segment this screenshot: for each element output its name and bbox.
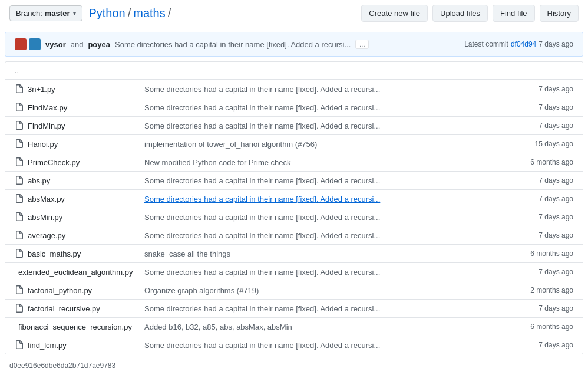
file-name-link[interactable]: find_lcm.py: [28, 341, 67, 350]
file-commit-message: Some directories had a capital in their …: [135, 300, 512, 317]
table-row: FindMax.pySome directories had a capital…: [5, 98, 583, 116]
file-table: ..: [5, 62, 583, 80]
file-time: 7 days ago: [512, 227, 583, 244]
breadcrumb-python[interactable]: Python: [88, 6, 125, 20]
table-row: basic_maths.pysnake_case all the things6…: [5, 244, 583, 262]
breadcrumb-sep1: /: [128, 6, 131, 20]
breadcrumb-sep2: /: [168, 6, 171, 20]
file-time: 7 days ago: [512, 264, 583, 280]
file-commit-message: snake_case all the things: [135, 245, 512, 262]
commit-author1[interactable]: vysor: [45, 40, 66, 49]
file-name-link[interactable]: 3n+1.py: [28, 85, 55, 94]
file-time: 7 days ago: [512, 117, 583, 134]
file-time: 7 days ago: [512, 337, 583, 353]
file-icon: [15, 231, 24, 240]
branch-selector[interactable]: Branch: master ▾: [9, 5, 82, 21]
file-icon: [15, 212, 24, 222]
chevron-down-icon: ▾: [73, 10, 76, 17]
branch-label: Branch:: [16, 9, 42, 18]
file-name-link[interactable]: PrimeCheck.py: [28, 158, 80, 167]
table-row: factorial_python.pyOrganize graph algori…: [5, 281, 583, 299]
file-icon: [15, 194, 24, 203]
table-row: average.pySome directories had a capital…: [5, 226, 583, 244]
table-container: .. 3n+1.pySome directories had a capital…: [5, 61, 583, 354]
file-icon: [15, 304, 24, 313]
top-bar: Branch: master ▾ Python / maths / Create…: [0, 0, 588, 27]
file-time: 7 days ago: [512, 300, 583, 317]
commit-time: 7 days ago: [539, 40, 573, 48]
table-row: absMin.pySome directories had a capital …: [5, 208, 583, 226]
file-name-link[interactable]: absMin.py: [28, 213, 62, 222]
commit-hash[interactable]: df04d94: [511, 40, 536, 48]
file-commit-message: Some directories had a capital in their …: [135, 227, 512, 244]
commit-bar-right: Latest commit df04d94 7 days ago: [464, 40, 573, 48]
find-file-button[interactable]: Find file: [493, 5, 535, 22]
file-icon: [15, 84, 24, 94]
file-time: 7 days ago: [512, 172, 583, 189]
file-commit-message: Some directories had a capital in their …: [135, 264, 512, 281]
table-row: factorial_recursive.pySome directories h…: [5, 299, 583, 317]
footer-hash: d0ee916e6dbe6da2b71d7ae9783: [0, 359, 588, 368]
table-row: FindMin.pySome directories had a capital…: [5, 116, 583, 134]
avatar: [15, 38, 41, 50]
file-commit-message: Some directories had a capital in their …: [135, 190, 512, 208]
file-name-link[interactable]: abs.py: [28, 176, 50, 185]
file-time: 6 months ago: [512, 154, 583, 170]
create-new-file-button[interactable]: Create new file: [361, 5, 428, 22]
table-row: extended_euclidean_algorithm.pySome dire…: [5, 262, 583, 281]
file-icon: [15, 285, 24, 295]
file-name-link[interactable]: FindMax.py: [28, 103, 67, 112]
table-row: PrimeCheck.pyNew modified Python code fo…: [5, 153, 583, 171]
file-icon: [15, 157, 24, 167]
table-row: 3n+1.pySome directories had a capital in…: [5, 80, 583, 98]
commit-author2[interactable]: poyea: [88, 40, 110, 49]
file-commit-message: Some directories had a capital in their …: [135, 172, 512, 189]
file-commit-message: Some directories had a capital in their …: [135, 209, 512, 226]
file-name-link[interactable]: extended_euclidean_algorithm.py: [18, 268, 133, 277]
file-commit-message: Some directories had a capital in their …: [135, 337, 512, 354]
latest-commit-label: Latest commit: [464, 40, 508, 48]
file-icon: [15, 249, 24, 258]
table-row: Hanoi.pyimplementation of tower_of_hanoi…: [5, 134, 583, 153]
file-commit-message: implementation of tower_of_hanoi algorit…: [135, 136, 512, 153]
file-list: 3n+1.pySome directories had a capital in…: [5, 80, 583, 354]
file-time: 7 days ago: [512, 209, 583, 225]
upload-files-button[interactable]: Upload files: [432, 5, 488, 22]
parent-dir-link[interactable]: ..: [15, 66, 19, 75]
commit-bar: vysor and poyea Some directories had a c…: [5, 32, 583, 57]
file-name-link[interactable]: basic_maths.py: [28, 249, 81, 258]
file-commit-message-link[interactable]: Some directories had a capital in their …: [144, 195, 380, 203]
history-button[interactable]: History: [540, 5, 579, 22]
table-row: abs.pySome directories had a capital in …: [5, 171, 583, 189]
file-commit-message: Added b16, b32, a85, abs, absMax, absMin: [135, 318, 512, 336]
file-name-link[interactable]: FindMin.py: [28, 121, 65, 130]
file-icon: [15, 103, 24, 112]
file-name-link[interactable]: average.py: [28, 231, 65, 240]
top-bar-right: Create new file Upload files Find file H…: [361, 5, 579, 22]
file-time: 7 days ago: [512, 99, 583, 116]
commit-message: Some directories had a capital in their …: [115, 40, 351, 49]
file-name-link[interactable]: factorial_python.py: [28, 286, 92, 295]
file-commit-message: Some directories had a capital in their …: [135, 81, 512, 98]
file-time: 7 days ago: [512, 81, 583, 97]
table-row: fibonacci_sequence_recursion.pyAdded b16…: [5, 317, 583, 336]
commit-author-sep: and: [71, 40, 84, 49]
file-name-link[interactable]: factorial_recursive.py: [28, 304, 100, 313]
file-name-link[interactable]: absMax.py: [28, 195, 65, 203]
file-name-link[interactable]: Hanoi.py: [28, 140, 58, 149]
file-icon: [15, 340, 24, 350]
file-time: 6 months ago: [512, 318, 583, 335]
file-commit-message: Some directories had a capital in their …: [135, 117, 512, 134]
commit-ellipsis-button[interactable]: ...: [355, 40, 369, 49]
file-time: 7 days ago: [512, 190, 583, 207]
file-icon: [15, 139, 24, 149]
breadcrumb-maths[interactable]: maths: [133, 6, 165, 20]
file-time: 2 months ago: [512, 282, 583, 298]
commit-bar-left: vysor and poyea Some directories had a c…: [15, 38, 369, 50]
file-name-link[interactable]: fibonacci_sequence_recursion.py: [18, 323, 132, 331]
file-icon: [15, 121, 24, 130]
file-time: 15 days ago: [512, 136, 583, 152]
file-time: 6 months ago: [512, 245, 583, 262]
breadcrumb: Python / maths /: [88, 6, 171, 20]
file-commit-message: Organize graph algorithms (#719): [135, 282, 512, 299]
